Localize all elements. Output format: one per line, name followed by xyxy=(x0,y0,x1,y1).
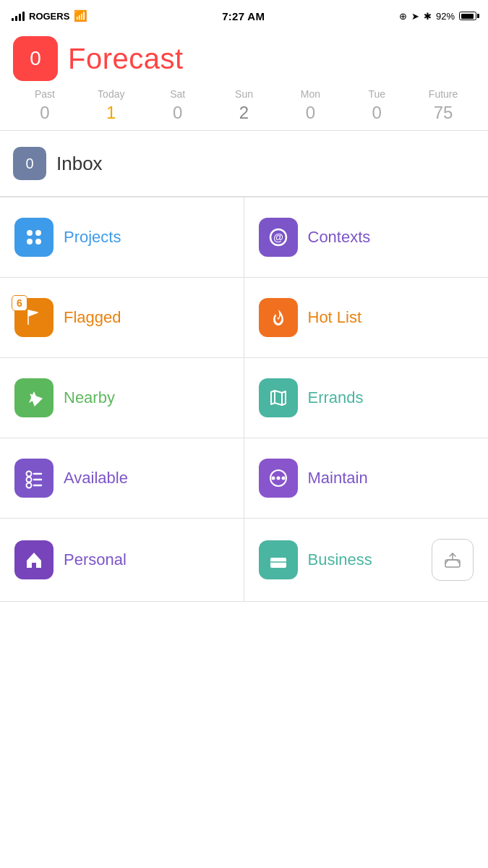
svg-point-11 xyxy=(27,483,32,488)
forecast-title: Forecast xyxy=(68,43,184,75)
carrier-label: ROGERS xyxy=(29,11,69,22)
flagged-icon: 6 xyxy=(14,298,53,337)
status-right: ⊕ ➤ ✱ 92% xyxy=(399,11,476,22)
inbox-label: Inbox xyxy=(56,153,103,175)
day-future[interactable]: Future 75 xyxy=(410,88,476,123)
contexts-icon: @ xyxy=(259,218,298,257)
svg-rect-19 xyxy=(270,558,286,568)
day-sun[interactable]: Sun 2 xyxy=(211,88,278,123)
days-container: Past 0 Today 1 Sat 0 Sun 2 Mon 0 Tue 0 F… xyxy=(0,88,488,131)
status-left: ROGERS 📶 xyxy=(12,9,87,22)
battery-icon xyxy=(459,12,476,20)
contexts-label: Contexts xyxy=(308,228,371,247)
grid-item-maintain[interactable]: Maintain xyxy=(244,438,489,519)
bluetooth-icon: ✱ xyxy=(424,11,432,22)
inbox-badge: 0 xyxy=(13,147,46,180)
business-label: Business xyxy=(308,550,372,569)
available-label: Available xyxy=(64,469,128,488)
svg-point-0 xyxy=(27,230,33,236)
signal-bars xyxy=(12,11,25,21)
maintain-icon xyxy=(259,459,298,498)
day-tue[interactable]: Tue 0 xyxy=(343,88,410,123)
day-past[interactable]: Past 0 xyxy=(12,88,78,123)
svg-point-16 xyxy=(271,477,275,480)
status-bar: ROGERS 📶 7:27 AM ⊕ ➤ ✱ 92% xyxy=(0,0,488,29)
svg-point-1 xyxy=(35,230,41,236)
day-today[interactable]: Today 1 xyxy=(78,88,145,123)
svg-point-2 xyxy=(27,239,33,244)
grid-item-business[interactable]: Business xyxy=(244,519,489,602)
svg-point-17 xyxy=(276,477,280,480)
grid-item-flagged[interactable]: 6 Flagged xyxy=(0,278,244,358)
forecast-badge: 0 xyxy=(13,36,58,81)
grid-item-contexts[interactable]: @ Contexts xyxy=(244,197,489,278)
personal-icon xyxy=(14,540,53,579)
nearby-icon xyxy=(14,378,53,417)
navigation-icon: ➤ xyxy=(411,11,419,22)
available-icon xyxy=(14,459,53,498)
header: 0 Forecast xyxy=(0,29,488,88)
grid-item-available[interactable]: Available xyxy=(0,438,244,519)
hotlist-icon xyxy=(259,298,298,337)
add-button[interactable] xyxy=(432,539,474,581)
svg-point-10 xyxy=(27,477,32,482)
hotlist-label: Hot List xyxy=(308,308,362,327)
grid-item-projects[interactable]: Projects xyxy=(0,197,244,278)
business-icon xyxy=(259,540,298,579)
grid-item-personal[interactable]: Personal xyxy=(0,519,244,602)
maintain-label: Maintain xyxy=(308,469,368,488)
nearby-label: Nearby xyxy=(64,388,115,407)
projects-icon xyxy=(14,218,53,257)
svg-text:@: @ xyxy=(273,231,283,243)
inbox-row[interactable]: 0 Inbox xyxy=(0,131,488,197)
grid-item-nearby[interactable]: Nearby xyxy=(0,358,244,438)
wifi-icon: 📶 xyxy=(74,9,87,22)
flagged-label: Flagged xyxy=(64,308,121,327)
days-row: Past 0 Today 1 Sat 0 Sun 2 Mon 0 Tue 0 F… xyxy=(7,88,481,123)
svg-point-9 xyxy=(27,472,32,477)
projects-label: Projects xyxy=(64,228,121,247)
errands-icon xyxy=(259,378,298,417)
personal-label: Personal xyxy=(64,550,127,569)
grid-container: Projects @ Contexts 6 Flagged Hot Li xyxy=(0,197,488,602)
svg-point-18 xyxy=(281,477,285,480)
grid-item-errands[interactable]: Errands xyxy=(244,358,489,438)
day-sat[interactable]: Sat 0 xyxy=(145,88,211,123)
battery-percent: 92% xyxy=(436,11,455,22)
svg-point-3 xyxy=(35,239,41,244)
status-time: 7:27 AM xyxy=(222,10,265,22)
grid-item-hotlist[interactable]: Hot List xyxy=(244,278,489,358)
location-icon: ⊕ xyxy=(399,11,407,22)
errands-label: Errands xyxy=(308,388,364,407)
day-mon[interactable]: Mon 0 xyxy=(277,88,343,123)
